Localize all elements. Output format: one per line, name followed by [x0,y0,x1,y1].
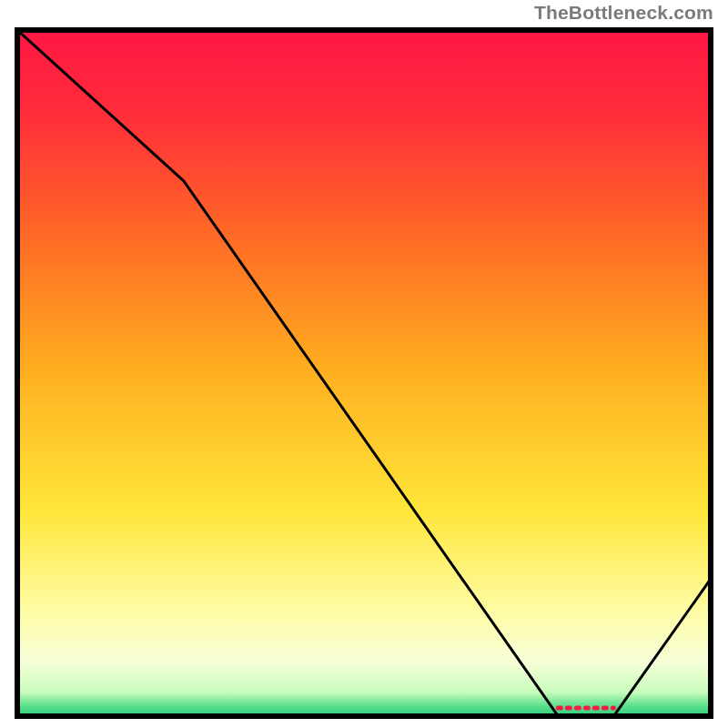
gradient-background [17,30,711,716]
chart-container: TheBottleneck.com [0,0,728,728]
bottleneck-curve-chart [15,27,713,719]
attribution-label: TheBottleneck.com [534,2,713,24]
plot-frame [15,27,713,719]
